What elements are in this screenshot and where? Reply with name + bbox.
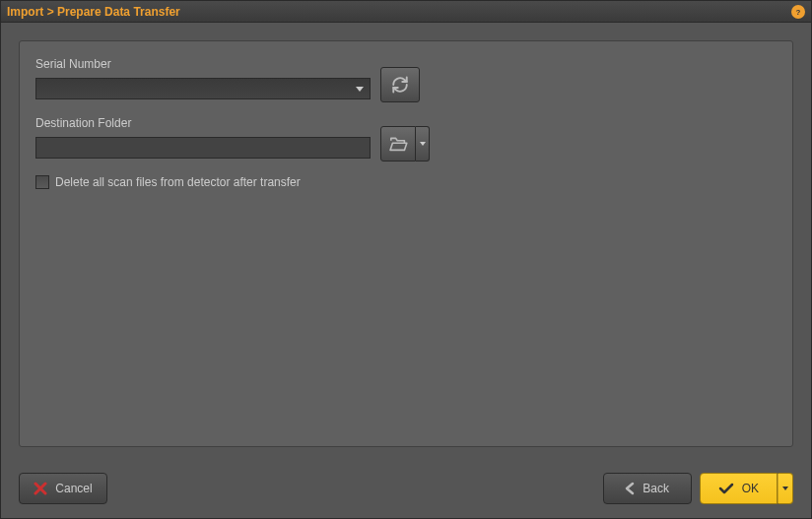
ok-button-group: OK	[700, 473, 793, 504]
cancel-button[interactable]: Cancel	[19, 473, 107, 504]
chevron-down-icon	[782, 487, 788, 490]
footer-right-buttons: Back OK	[603, 473, 793, 504]
browse-folder-button[interactable]	[380, 126, 416, 162]
chevron-down-icon	[420, 142, 426, 146]
back-button-label: Back	[643, 482, 669, 495]
chevron-down-icon	[356, 87, 364, 92]
ok-button[interactable]: OK	[700, 473, 778, 504]
help-icon[interactable]: ?	[791, 5, 805, 19]
browse-folder-button-group	[380, 126, 430, 162]
dialog-window: Import > Prepare Data Transfer ? Serial …	[0, 0, 812, 519]
titlebar: Import > Prepare Data Transfer ?	[1, 1, 811, 23]
serial-number-row	[35, 75, 777, 102]
check-icon	[718, 483, 734, 494]
destination-folder-input[interactable]	[35, 137, 371, 159]
refresh-button[interactable]	[380, 67, 420, 102]
delete-files-label: Delete all scan files from detector afte…	[55, 175, 301, 189]
refresh-icon	[391, 76, 409, 94]
folder-open-icon	[388, 136, 408, 152]
delete-checkbox-row: Delete all scan files from detector afte…	[35, 175, 777, 189]
dialog-footer: Cancel Back OK	[1, 465, 811, 518]
browse-folder-dropdown[interactable]	[416, 126, 430, 162]
chevron-left-icon	[625, 482, 635, 495]
ok-button-dropdown[interactable]	[778, 473, 793, 504]
dialog-title: Import > Prepare Data Transfer	[7, 5, 180, 19]
close-icon	[34, 482, 47, 495]
cancel-button-label: Cancel	[55, 482, 92, 495]
destination-folder-row	[35, 134, 777, 162]
delete-files-checkbox[interactable]	[35, 175, 49, 189]
back-button[interactable]: Back	[603, 473, 692, 504]
ok-button-label: OK	[742, 482, 759, 495]
content-panel: Serial Number Destination Folder	[19, 40, 793, 447]
svg-text:?: ?	[796, 8, 801, 16]
serial-number-select[interactable]	[35, 78, 371, 99]
content-area: Serial Number Destination Folder	[1, 23, 811, 465]
